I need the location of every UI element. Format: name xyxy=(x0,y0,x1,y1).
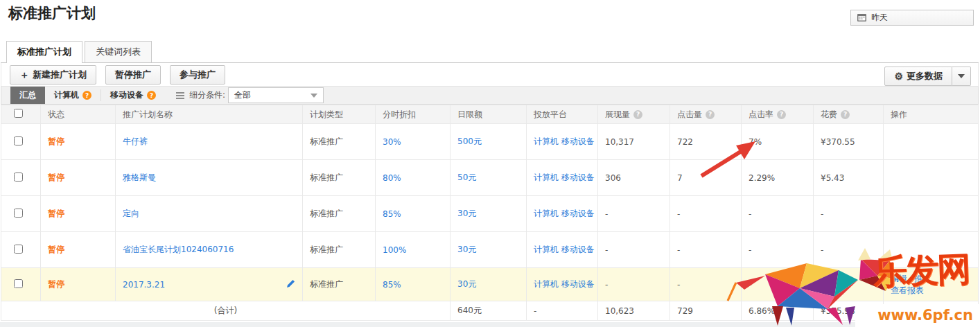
summary-clicks: 729 xyxy=(670,301,742,321)
join-promotion-button[interactable]: 参与推广 xyxy=(170,65,225,85)
tab-standard-plans[interactable]: 标准推广计划 xyxy=(6,41,82,63)
segment-condition-value: 全部 xyxy=(234,89,251,101)
discount-link[interactable]: 85% xyxy=(383,280,401,290)
filter-summary-label: 汇总 xyxy=(19,89,36,101)
row-type-cell: 标准推广 xyxy=(303,124,376,160)
filter-tab-summary[interactable]: 汇总 xyxy=(10,87,45,104)
row-cost-cell: ¥5.43 xyxy=(814,160,884,196)
row-checkbox-cell xyxy=(1,268,41,301)
help-icon[interactable]: ? xyxy=(147,91,156,100)
plan-name-link[interactable]: 雅格斯曼 xyxy=(123,173,156,182)
row-checkbox[interactable] xyxy=(14,173,23,182)
join-promotion-label: 参与推广 xyxy=(180,69,216,81)
row-platform-cell: 计算机 移动设备 xyxy=(527,268,598,301)
row-checkbox-cell xyxy=(1,160,41,196)
discount-link[interactable]: 30% xyxy=(383,137,401,147)
table-row: 暂停 定向 标准推广 85% 30元 计算机 移动设备 - - - - xyxy=(1,196,979,232)
help-icon[interactable]: ? xyxy=(706,110,715,119)
plan-name-link[interactable]: 2017.3.21 xyxy=(123,280,165,290)
row-status-cell: 暂停 xyxy=(41,232,116,268)
col-plan-type: 计划类型 xyxy=(303,105,376,124)
row-status-cell: 暂停 xyxy=(41,196,116,232)
device-filter-bar: 汇总 计算机 ? 移动设备 ? 细分条件: 全部 xyxy=(1,86,979,105)
row-type-cell: 标准推广 xyxy=(303,196,376,232)
col-time-discount: 分时折扣 xyxy=(376,105,450,124)
edit-pencil-icon[interactable] xyxy=(286,279,295,290)
row-cost-cell: - xyxy=(814,268,884,301)
action-link[interactable]: 查看报表 xyxy=(891,285,924,295)
platform-link[interactable]: 计算机 移动设备 xyxy=(534,279,595,289)
discount-link[interactable]: 100% xyxy=(383,245,406,255)
actions-cell xyxy=(884,124,979,160)
new-plan-button[interactable]: ＋ 新建推广计划 xyxy=(10,65,96,85)
row-checkbox[interactable] xyxy=(14,245,23,254)
row-checkbox[interactable] xyxy=(14,209,23,218)
segment-condition-dropdown[interactable]: 全部 xyxy=(228,87,324,103)
summary-platform: - xyxy=(527,301,598,321)
summary-daily-limit: 640元 xyxy=(450,301,527,321)
new-plan-label: 新建推广计划 xyxy=(33,69,87,81)
table-body: 暂停 牛仔裤 标准推广 30% 500元 计算机 移动设备 10,317 722… xyxy=(1,124,979,301)
tab-bar: 标准推广计划 关键词列表 xyxy=(1,43,979,63)
daily-limit-link[interactable]: 30元 xyxy=(457,245,476,254)
row-name-cell: 牛仔裤 xyxy=(116,124,303,160)
discount-link[interactable]: 80% xyxy=(383,173,401,183)
row-clicks-cell: - xyxy=(670,232,742,268)
row-status-cell: 暂停 xyxy=(41,160,116,196)
toolbar: ＋ 新建推广计划 暂停推广 参与推广 ⚙ 更多数据 xyxy=(1,63,979,86)
status-badge: 暂停 xyxy=(48,136,64,146)
more-data-button[interactable]: ⚙ 更多数据 xyxy=(884,67,952,86)
help-icon[interactable]: ? xyxy=(82,91,91,100)
help-icon[interactable]: ? xyxy=(777,110,786,119)
tab-keyword-list[interactable]: 关键词列表 xyxy=(85,41,152,62)
pause-promotion-button[interactable]: 暂停推广 xyxy=(105,65,161,85)
table-row: 暂停 牛仔裤 标准推广 30% 500元 计算机 移动设备 10,317 722… xyxy=(1,124,979,160)
row-checkbox-cell xyxy=(1,196,41,232)
row-checkbox[interactable] xyxy=(14,279,23,288)
plan-name-link[interactable]: 定向 xyxy=(123,209,139,218)
list-icon xyxy=(176,92,184,99)
more-data-label: 更多数据 xyxy=(907,70,943,82)
gear-icon: ⚙ xyxy=(894,72,903,80)
daily-limit-link[interactable]: 30元 xyxy=(457,279,476,289)
platform-link[interactable]: 计算机 移动设备 xyxy=(534,173,595,182)
more-data-dropdown-toggle[interactable] xyxy=(952,67,971,86)
summary-ctr: 6.86% xyxy=(742,301,814,321)
action-link[interactable]: 推广 xyxy=(914,274,931,283)
table-row: 暂停 省油宝长尾计划1024060716 标准推广 100% 30元 计算机 移… xyxy=(1,232,979,268)
row-checkbox-cell xyxy=(1,124,41,160)
row-cost-cell: - xyxy=(814,196,884,232)
plan-name-link[interactable]: 牛仔裤 xyxy=(123,136,148,146)
row-name-cell: 定向 xyxy=(116,196,303,232)
platform-link[interactable]: 计算机 移动设备 xyxy=(534,245,595,254)
col-ctr: 点击率? xyxy=(742,105,814,124)
plan-name-link[interactable]: 省油宝长尾计划1024060716 xyxy=(123,245,234,254)
row-name-cell: 2017.3.21 xyxy=(116,268,303,301)
filter-mobile-label: 移动设备 xyxy=(110,89,143,101)
row-name-cell: 省油宝长尾计划1024060716 xyxy=(116,232,303,268)
col-status: 状态 xyxy=(41,105,116,124)
daily-limit-link[interactable]: 50元 xyxy=(457,173,476,182)
select-all-checkbox[interactable] xyxy=(14,109,23,118)
platform-link[interactable]: 计算机 移动设备 xyxy=(534,136,595,146)
help-icon[interactable]: ? xyxy=(633,110,642,119)
filter-tab-computer[interactable]: 计算机 ? xyxy=(45,87,100,104)
filter-tab-mobile[interactable]: 移动设备 ? xyxy=(101,87,165,104)
pause-promotion-label: 暂停推广 xyxy=(115,69,151,81)
row-checkbox[interactable] xyxy=(14,136,23,145)
discount-link[interactable]: 85% xyxy=(383,209,401,219)
row-platform-cell: 计算机 移动设备 xyxy=(527,124,598,160)
daily-limit-link[interactable]: 500元 xyxy=(457,136,482,146)
date-range-button[interactable]: 昨天 xyxy=(850,10,974,26)
action-link[interactable]: 编辑 xyxy=(891,274,907,283)
row-discount-cell: 30% xyxy=(376,124,450,160)
actions-cell: 编辑推广查看报表 xyxy=(884,268,979,301)
daily-limit-link[interactable]: 30元 xyxy=(457,209,476,218)
help-icon[interactable]: ? xyxy=(841,110,850,119)
row-ctr-cell: 7% xyxy=(742,124,814,160)
summary-impressions: 10,623 xyxy=(598,301,670,321)
filter-computer-label: 计算机 xyxy=(54,89,79,101)
platform-link[interactable]: 计算机 移动设备 xyxy=(534,209,595,218)
plans-table: 状态 推广计划名称 计划类型 分时折扣 日限额 投放平台 展现量? 点击量? 点… xyxy=(1,105,979,321)
footer-strip xyxy=(0,322,980,327)
